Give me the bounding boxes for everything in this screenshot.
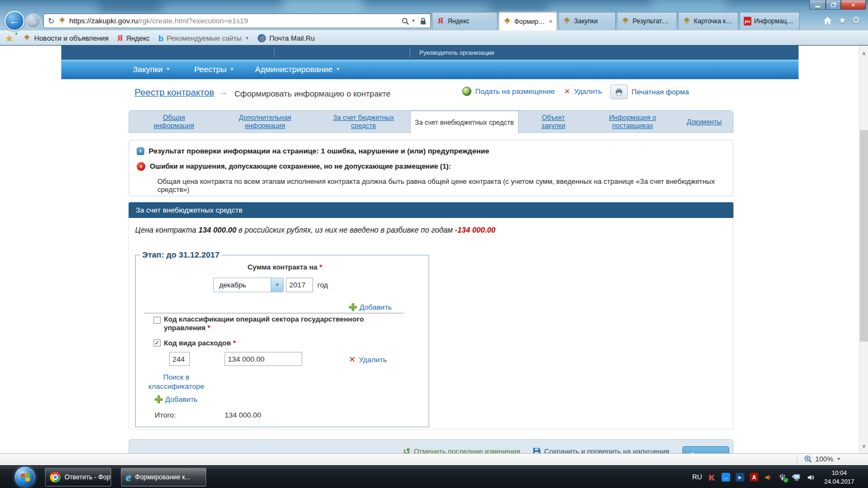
month-select[interactable]: декабрь ▼ [213,278,284,292]
adobe-reader-icon[interactable]: A [750,473,758,481]
address-bar[interactable]: ↻ https://zakupki.gov.ru/rgk/create.html… [43,14,431,28]
year-input[interactable] [286,278,313,292]
page-title: Сформировать информацию о контракте [234,89,391,98]
tab-rezultaty[interactable]: Результаты п... [617,12,677,30]
clock-date: 24.04.2017 [820,477,858,486]
eagle-favicon [23,34,31,42]
tab-dopolnitelnaya-informaciya[interactable]: Дополнительная информация [226,111,304,133]
favorite-novosti[interactable]: Новости и объявления [23,34,108,42]
yandex-favicon: Я [436,17,445,25]
search-icon[interactable] [401,17,409,25]
classifier-search-link[interactable]: Поиск в классификаторе [146,373,206,391]
kvr-amount-input[interactable] [225,352,302,366]
next-button[interactable]: Далее → [682,446,729,453]
tab-kartochka[interactable]: Карточка кон... [678,12,738,30]
restore-button[interactable] [826,1,841,10]
tab-obekt-zakupki[interactable]: Объект закупки [532,111,575,133]
browser-status-bar: 100% ▼ [0,453,868,465]
favorites-star-icon[interactable]: ★ [838,15,846,26]
window-controls: ✕ [809,1,866,10]
form-tab-strip: Общая информация Дополнительная информац… [129,110,733,133]
back-button[interactable]: ← [4,11,24,31]
speaker-icon[interactable] [806,473,815,481]
submit-action[interactable]: Подать на размещение [462,87,555,96]
close-window-button[interactable]: ✕ [841,1,866,10]
menu-caret-icon: ▼ [336,67,340,72]
favorite-recommended[interactable]: b Рекомендуемые сайты ▼ [158,34,249,43]
wallpaper-blob [488,0,548,13]
delete-kvr-link[interactable]: ✕ Удалить [349,355,387,364]
search-dropdown-icon[interactable]: ▼ [411,18,416,23]
favorite-yandex[interactable]: Я Яндекс [117,34,150,43]
settings-gear-icon[interactable]: ⚙ [852,15,860,26]
refresh-icon[interactable]: ↻ [48,16,55,26]
printer-button[interactable] [610,85,628,99]
month-value: декабрь [214,281,271,289]
month-select-arrow-button[interactable]: ▼ [271,278,283,292]
add-favorite-button[interactable]: ★ * [5,33,16,43]
menu-zakupki[interactable]: Закупки▼ [133,65,170,74]
tab-informaciya-o-postavshchikah[interactable]: Информация о поставщиках [597,111,668,133]
volume-mixer-icon[interactable] [764,473,773,481]
undo-changes-link[interactable]: ↺ Отменить последние изменения [403,447,520,453]
taskbar-chrome-window[interactable]: Ответить - Фору... [45,468,111,486]
usb-safely-remove-icon[interactable]: ✓ [778,473,787,481]
scroll-down-button[interactable]: ∨ [859,440,868,451]
tab-dokumenty[interactable]: Документы [682,111,726,133]
delete-action[interactable]: ✕ Удалить [564,87,602,95]
forward-button[interactable]: → [25,14,41,29]
zoom-level-label: 100% [815,455,833,463]
kosgu-checkbox[interactable] [154,317,161,324]
tab-zakupki[interactable]: Закупки [558,12,616,30]
favorite-mail[interactable]: @ Почта Mail.Ru [258,34,315,42]
tab-vnebyudzhetnye-sredstva[interactable]: За счет внебюджетных средств [410,111,519,134]
kaspersky-icon[interactable]: K [707,473,716,481]
validation-error-detail: Общая цена контракта по всем этапам испо… [157,177,722,194]
tab-byudzhetnye-sredstva[interactable]: За счет бюджетных средств [320,111,407,133]
collapse-icon[interactable]: ▼ [137,147,144,155]
kvr-code-input[interactable] [169,352,190,366]
windows-taskbar: Ответить - Фору... e Формирование к... R… [0,465,868,488]
validation-errors-header: Ошибки и нарушения, допускающие сохранен… [150,162,451,170]
tab-obshchaya-informaciya[interactable]: Общая информация [143,111,205,133]
menu-reestry[interactable]: Реестры▼ [194,65,234,74]
zoom-magnifier-icon [804,455,812,463]
mailru-favicon: @ [258,34,266,42]
rts-favicon: ртс [744,17,751,25]
required-asterisk: * [207,324,210,332]
tab-formirovanie[interactable]: Формиров... ✕ [499,12,557,30]
home-icon[interactable] [822,16,833,25]
browser-chrome: ✕ ← → ↻ https://zakupki.gov.ru/rgk/creat… [0,0,868,46]
network-icon[interactable] [792,473,801,481]
start-button[interactable] [15,467,35,487]
kvr-checkbox[interactable]: ✓ [154,339,161,346]
scrollbar-thumb[interactable] [860,130,868,342]
site-favicon-eagle-icon [58,17,66,25]
scroll-up-button[interactable]: ∧ [859,48,868,59]
teamviewer-icon[interactable]: ↔ [722,473,730,481]
zoom-caret-icon: ▼ [837,457,841,461]
url-text: https://zakupki.gov.ru/rgk/create.html?e… [69,17,402,25]
usb-check-badge: ✓ [783,478,788,483]
tab-yandex[interactable]: Я Яндекс [432,12,497,30]
language-indicator[interactable]: RU [692,473,702,481]
menu-administrirovanie[interactable]: Администрирование▼ [255,65,340,74]
minimize-button[interactable] [809,1,826,10]
print-action[interactable]: Печатная форма [610,85,689,99]
yandex-favicon: Я [117,34,123,43]
page-scrollbar[interactable]: ∧ ∨ [859,46,868,453]
add-year-link[interactable]: Добавить [349,302,392,312]
add-row-link[interactable]: Добавить [155,394,197,404]
taskbar-ie-window[interactable]: e Формирование к... [121,468,206,486]
lock-icon [420,17,426,25]
taskbar-clock[interactable]: 10:04 24.04.2017 [820,468,858,486]
tab-informaciya[interactable]: ртс Информация ... [739,12,800,30]
tab-close-icon[interactable]: ✕ [548,19,553,24]
zoom-control[interactable]: 100% ▼ [804,455,841,463]
punto-switcher-icon[interactable]: ▶ [736,473,744,481]
restore-icon [831,3,835,7]
breadcrumb-parent-link[interactable]: Реестр контрактов [135,87,214,98]
red-x-icon: ✕ [564,87,570,95]
validation-error-detail-row: Общая цена контракта по всем этапам испо… [157,177,722,194]
save-check-link[interactable]: Сохранить и проверить на нарушения [533,447,669,453]
